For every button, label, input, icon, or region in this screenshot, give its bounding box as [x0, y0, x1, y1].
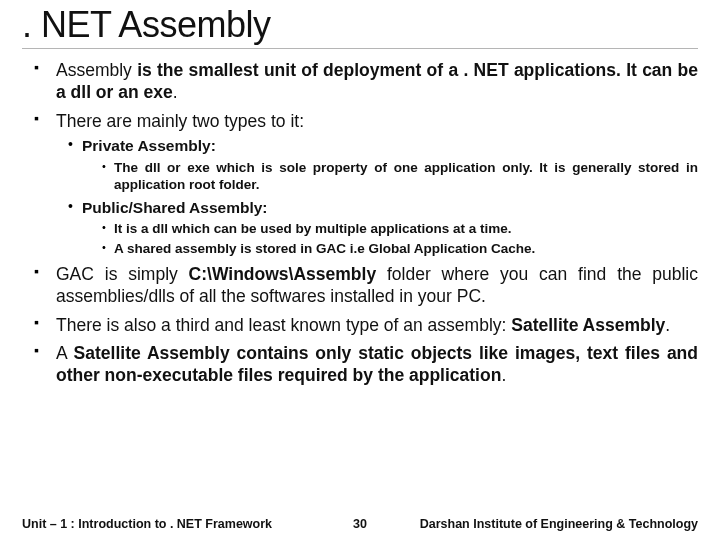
sub-public-detail-2: A shared assembly is stored in GAC i.e G… [104, 240, 698, 257]
bullet-5-bold: Satellite Assembly contains only static … [56, 343, 698, 385]
bullet-3: GAC is simply C:\Windows\Assembly folder… [40, 263, 698, 308]
bullet-1-pre: Assembly [56, 60, 137, 80]
bullet-1: Assembly is the smallest unit of deploym… [40, 59, 698, 104]
bullet-2-text: There are mainly two types to it: [56, 111, 304, 131]
bullet-list: Assembly is the smallest unit of deploym… [22, 59, 698, 387]
slide: . NET Assembly Assembly is the smallest … [0, 0, 720, 540]
bullet-3-bold: C:\Windows\Assembly [189, 264, 377, 284]
sub-public-detail-1: It is a dll which can be used by multipl… [104, 220, 698, 237]
detail-list-2: It is a dll which can be used by multipl… [82, 220, 698, 257]
bullet-3-pre: GAC is simply [56, 264, 189, 284]
bullet-5-post: . [501, 365, 506, 385]
bullet-5: A Satellite Assembly contains only stati… [40, 342, 698, 387]
bullet-1-bold: is the smallest unit of deployment of a … [56, 60, 698, 102]
bullet-2: There are mainly two types to it: Privat… [40, 110, 698, 257]
bullet-4-bold: Satellite Assembly [511, 315, 665, 335]
sub-public-label: Public/Shared Assembly: [82, 199, 268, 216]
bullet-4: There is also a third and least known ty… [40, 314, 698, 336]
bullet-4-pre: There is also a third and least known ty… [56, 315, 511, 335]
footer-page-number: 30 [330, 517, 390, 531]
sub-list: Private Assembly: The dll or exe which i… [56, 136, 698, 257]
sub-private-detail: The dll or exe which is sole property of… [104, 159, 698, 194]
slide-title: . NET Assembly [22, 0, 698, 49]
bullet-4-post: . [665, 315, 670, 335]
footer-left: Unit – 1 : Introduction to . NET Framewo… [22, 517, 330, 531]
sub-private-label: Private Assembly: [82, 137, 216, 154]
sub-public: Public/Shared Assembly: It is a dll whic… [70, 198, 698, 257]
bullet-5-pre: A [56, 343, 74, 363]
footer-right: Darshan Institute of Engineering & Techn… [390, 517, 698, 531]
bullet-1-post: . [173, 82, 178, 102]
detail-list-1: The dll or exe which is sole property of… [82, 159, 698, 194]
sub-private: Private Assembly: The dll or exe which i… [70, 136, 698, 193]
footer: Unit – 1 : Introduction to . NET Framewo… [0, 508, 720, 540]
